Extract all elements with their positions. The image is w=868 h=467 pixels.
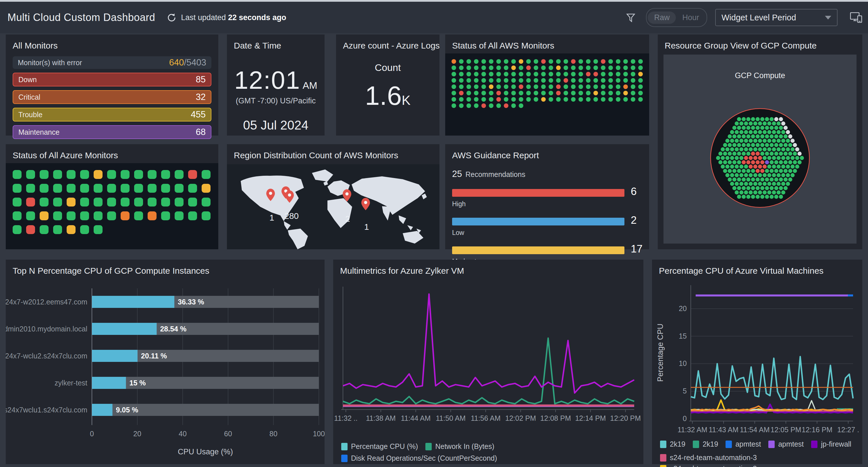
gcp-instance-dot[interactable]	[733, 160, 737, 164]
aws-monitor-cell[interactable]	[638, 59, 643, 64]
aws-monitor-cell[interactable]	[623, 78, 628, 83]
aws-monitor-cell[interactable]	[571, 59, 576, 64]
aws-monitor-cell[interactable]	[534, 91, 538, 95]
gcp-instance-dot[interactable]	[770, 126, 774, 130]
gcp-instance-dot[interactable]	[739, 164, 743, 168]
gcp-instance-dot[interactable]	[735, 156, 739, 160]
azure-monitor-cell[interactable]	[53, 225, 62, 234]
legend-item[interactable]: apmtest	[725, 440, 761, 448]
gcp-instance-dot[interactable]	[746, 143, 750, 147]
aws-monitor-cell[interactable]	[466, 72, 471, 76]
aws-monitor-cell[interactable]	[638, 72, 643, 76]
gcp-instance-dot[interactable]	[753, 182, 757, 186]
aws-monitor-cell[interactable]	[563, 85, 568, 89]
gcp-instance-dot[interactable]	[728, 169, 732, 173]
gcp-instance-dot[interactable]	[728, 178, 732, 182]
gcp-instance-dot[interactable]	[746, 126, 750, 130]
gcp-instance-dot[interactable]	[783, 126, 787, 130]
azure-monitor-cell[interactable]	[148, 211, 157, 220]
aws-monitor-cell[interactable]	[504, 78, 508, 83]
gcp-instance-dot[interactable]	[723, 160, 727, 164]
legend-item[interactable]: jp-firewall	[811, 440, 851, 448]
gcp-instance-dot[interactable]	[725, 164, 729, 168]
gcp-instance-dot[interactable]	[742, 126, 746, 130]
aws-monitor-cell[interactable]	[556, 59, 561, 64]
gcp-instance-dot[interactable]	[770, 195, 774, 199]
gcp-instance-dot[interactable]	[765, 152, 769, 156]
filter-icon[interactable]	[626, 13, 636, 22]
gcp-instance-dot[interactable]	[735, 182, 739, 186]
gcp-instance-dot[interactable]	[774, 117, 778, 121]
aws-monitor-cell[interactable]	[556, 65, 561, 70]
aws-monitor-cell[interactable]	[608, 91, 613, 95]
aws-monitor-cell[interactable]	[638, 78, 643, 83]
gcp-instance-dot[interactable]	[772, 190, 776, 194]
aws-monitor-cell[interactable]	[534, 65, 538, 70]
aws-monitor-cell[interactable]	[571, 65, 576, 70]
gcp-instance-dot[interactable]	[781, 190, 785, 194]
gcp-instance-dot[interactable]	[779, 178, 783, 182]
gcp-instance-dot[interactable]	[751, 117, 755, 121]
gcp-instance-dot[interactable]	[777, 122, 781, 125]
gcp-instance-dot[interactable]	[739, 182, 743, 186]
gcp-instance-dot[interactable]	[751, 134, 755, 138]
gcp-instance-dot[interactable]	[779, 134, 783, 138]
gcp-instance-dot[interactable]	[767, 182, 771, 186]
aws-monitor-cell[interactable]	[631, 78, 636, 83]
aws-monitor-cell[interactable]	[593, 91, 598, 95]
gcp-instance-dot[interactable]	[767, 173, 771, 177]
aws-monitor-cell[interactable]	[601, 91, 606, 95]
gcp-instance-dot[interactable]	[786, 130, 790, 134]
aws-monitor-cell[interactable]	[511, 72, 516, 76]
aws-monitor-cell[interactable]	[549, 91, 553, 95]
gcp-instance-dot[interactable]	[718, 152, 722, 156]
gcp-instance-dot[interactable]	[788, 169, 792, 173]
gcp-instance-dot[interactable]	[746, 178, 750, 182]
gcp-instance-dot[interactable]	[746, 186, 750, 190]
gcp-instance-dot[interactable]	[763, 173, 767, 177]
azure-monitor-cell[interactable]	[13, 211, 22, 220]
gcp-instance-dot[interactable]	[770, 152, 774, 156]
aws-monitor-cell[interactable]	[623, 72, 628, 76]
aws-monitor-cell[interactable]	[623, 97, 628, 102]
aws-monitor-cell[interactable]	[563, 59, 568, 64]
gcp-instance-dot[interactable]	[798, 152, 802, 156]
gcp-instance-dot[interactable]	[744, 147, 748, 151]
gcp-instance-dot[interactable]	[730, 182, 734, 186]
aws-monitor-cell[interactable]	[504, 59, 508, 64]
legend-item[interactable]: Disk Read Operations/Sec (CountPerSecond…	[341, 454, 497, 462]
azure-monitor-cell[interactable]	[161, 170, 170, 179]
gcp-instance-dot[interactable]	[739, 122, 743, 125]
gcp-instance-dot[interactable]	[751, 178, 755, 182]
aws-monitor-cell[interactable]	[556, 91, 561, 95]
gcp-instance-dot[interactable]	[751, 160, 755, 164]
gcp-instance-dot[interactable]	[758, 130, 762, 134]
gcp-instance-dot[interactable]	[760, 186, 764, 190]
bar-fill[interactable]	[92, 296, 174, 308]
gcp-instance-dot[interactable]	[756, 160, 760, 164]
gcp-instance-dot[interactable]	[763, 156, 767, 160]
gcp-instance-dot[interactable]	[733, 186, 737, 190]
gcp-instance-dot[interactable]	[760, 169, 764, 173]
gcp-instance-dot[interactable]	[748, 122, 752, 125]
gcp-instance-dot[interactable]	[786, 156, 790, 160]
aws-monitor-cell[interactable]	[623, 59, 628, 64]
gcp-instance-dot[interactable]	[716, 156, 720, 160]
gcp-instance-dot[interactable]	[746, 195, 750, 199]
aws-monitor-cell[interactable]	[459, 65, 464, 70]
aws-monitor-cell[interactable]	[563, 97, 568, 102]
azure-monitor-cell[interactable]	[40, 225, 49, 234]
aws-monitor-cell[interactable]	[526, 72, 531, 76]
aws-monitor-cell[interactable]	[593, 85, 598, 89]
azure-monitor-cell[interactable]	[13, 170, 22, 179]
gcp-instance-dot[interactable]	[746, 169, 750, 173]
gcp-instance-dot[interactable]	[772, 139, 776, 143]
gcp-instance-dot[interactable]	[770, 178, 774, 182]
gcp-instance-dot[interactable]	[765, 195, 769, 199]
aws-monitor-cell[interactable]	[482, 103, 486, 108]
display-mode-icon[interactable]	[849, 11, 863, 24]
aws-monitor-cell[interactable]	[616, 65, 620, 70]
gcp-instance-dot[interactable]	[742, 169, 746, 173]
aws-monitor-cell[interactable]	[601, 78, 606, 83]
gcp-instance-dot[interactable]	[783, 186, 787, 190]
